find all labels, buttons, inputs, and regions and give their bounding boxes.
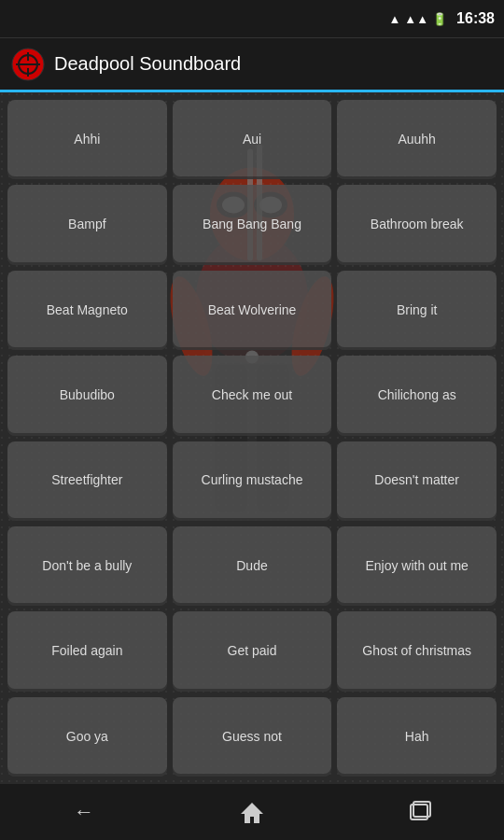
- status-bar: ▲ ▲▲ 🔋 16:38: [0, 0, 504, 37]
- status-time: 16:38: [456, 10, 495, 27]
- back-icon: ←: [74, 800, 94, 824]
- wifi-icon: ▲: [388, 12, 400, 26]
- sound-button-12[interactable]: Streetfighter: [7, 441, 167, 521]
- sound-button-20[interactable]: Ghost of christmas: [337, 611, 497, 691]
- sound-button-23[interactable]: Hah: [337, 697, 497, 777]
- sound-button-21[interactable]: Goo ya: [7, 697, 167, 777]
- sound-button-14[interactable]: Doesn't matter: [337, 441, 497, 521]
- sound-button-9[interactable]: Bubudibo: [7, 356, 167, 435]
- sound-button-4[interactable]: Bang Bang Bang: [173, 185, 332, 264]
- sound-button-11[interactable]: Chilichong as: [337, 356, 497, 435]
- sound-button-6[interactable]: Beat Magneto: [7, 271, 167, 350]
- sound-button-17[interactable]: Enjoy with out me: [337, 526, 497, 606]
- battery-icon: 🔋: [432, 12, 447, 26]
- app-bar: Deadpool Soundboard: [0, 37, 504, 90]
- recents-icon: [407, 799, 433, 825]
- home-button[interactable]: [224, 793, 280, 831]
- sound-button-7[interactable]: Beat Wolverine: [173, 271, 332, 350]
- sound-button-5[interactable]: Bathroom break: [337, 185, 497, 264]
- main-content: AhhiAuiAuuhhBampfBang Bang BangBathroom …: [0, 92, 504, 784]
- nav-bar: ←: [0, 784, 504, 840]
- sound-grid: AhhiAuiAuuhhBampfBang Bang BangBathroom …: [0, 92, 504, 784]
- signal-icon: ▲▲: [404, 12, 428, 26]
- sound-button-13[interactable]: Curling mustache: [173, 441, 332, 521]
- sound-button-0[interactable]: Ahhi: [7, 100, 167, 179]
- back-button[interactable]: ←: [56, 793, 112, 831]
- recents-button[interactable]: [392, 793, 448, 831]
- sound-button-16[interactable]: Dude: [173, 526, 332, 606]
- app-title: Deadpool Soundboard: [54, 53, 241, 75]
- sound-button-18[interactable]: Foiled again: [7, 611, 167, 691]
- app-icon: [11, 48, 45, 81]
- svg-marker-21: [241, 803, 263, 823]
- sound-button-19[interactable]: Get paid: [173, 611, 332, 691]
- home-icon: [239, 799, 265, 825]
- sound-button-3[interactable]: Bampf: [7, 185, 167, 264]
- sound-button-10[interactable]: Check me out: [173, 356, 332, 435]
- sound-button-8[interactable]: Bring it: [337, 271, 497, 350]
- sound-button-1[interactable]: Aui: [173, 100, 332, 179]
- sound-button-2[interactable]: Auuhh: [337, 100, 497, 179]
- sound-button-22[interactable]: Guess not: [173, 697, 332, 777]
- sound-button-15[interactable]: Don't be a bully: [7, 526, 167, 606]
